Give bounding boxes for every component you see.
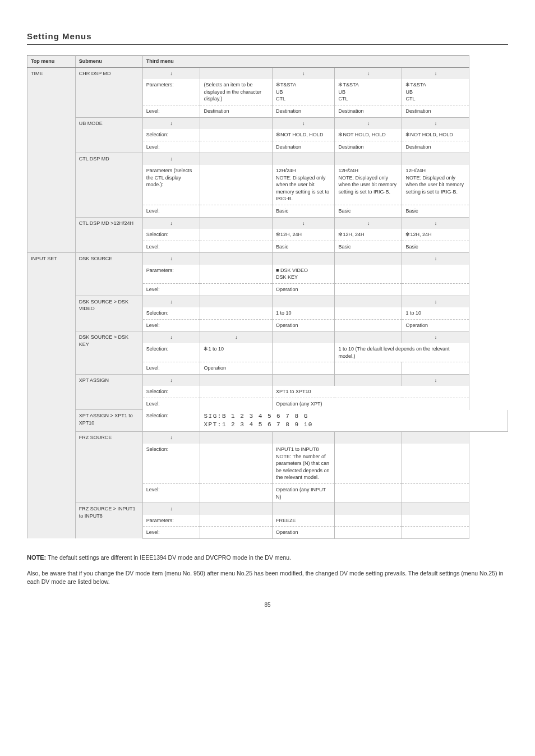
param-cell: ↓	[142, 117, 200, 129]
param-cell: ↓	[142, 153, 200, 165]
value-cell	[200, 205, 273, 217]
submenu-cell: CHR DSP MD	[75, 67, 142, 117]
param-cell: ↓	[402, 374, 469, 386]
value-cell: FREEZE	[273, 515, 335, 527]
value-cell: Destination	[335, 141, 402, 153]
top-menu-cell: TIME	[27, 67, 76, 253]
value-cell: Basic	[335, 241, 402, 253]
param-cell: ↓	[273, 67, 335, 79]
param-cell: ↓	[142, 331, 200, 343]
value-cell	[200, 398, 273, 410]
value-cell: Selection:	[142, 386, 200, 398]
param-cell: ↓	[335, 117, 402, 129]
note-text-0: The default settings are different in IE…	[48, 554, 291, 561]
param-cell	[335, 296, 402, 307]
value-cell: XPT1 to XPT10	[273, 386, 469, 398]
value-cell: Selection:	[142, 410, 200, 432]
submenu-cell: CTL DSP MD	[75, 153, 142, 217]
value-cell: Destination	[273, 105, 335, 117]
value-cell: (Selects an item to be displayed in the …	[200, 79, 273, 105]
value-cell: Parameters:	[142, 515, 200, 527]
value-cell: ✻NOT HOLD, HOLD	[273, 129, 335, 141]
param-cell	[402, 432, 469, 444]
param-cell	[335, 253, 402, 265]
param-cell	[335, 153, 402, 165]
submenu-cell: CTL DSP MD >12H/24H	[75, 217, 142, 253]
value-cell: ✻12H, 24H	[402, 229, 469, 241]
value-cell: Destination	[335, 105, 402, 117]
param-cell: ↓	[273, 117, 335, 129]
param-cell	[273, 153, 335, 165]
value-cell	[335, 515, 402, 527]
param-cell	[273, 253, 335, 265]
value-cell: ■ DSK VIDEODSK KEY	[273, 265, 335, 284]
value-cell	[335, 319, 402, 331]
param-cell	[200, 253, 273, 265]
value-cell	[335, 307, 402, 319]
hdr-top: Top menu	[27, 56, 76, 68]
value-cell	[402, 444, 469, 483]
hdr-third: Third menu	[142, 56, 469, 68]
submenu-cell: UB MODE	[75, 117, 142, 153]
page-title: Setting Menus	[27, 31, 508, 45]
footnote: NOTE: The default settings are different…	[27, 554, 508, 586]
value-cell: Operation	[273, 527, 335, 539]
submenu-cell: FRZ SOURCE	[75, 432, 142, 503]
param-cell	[200, 117, 273, 129]
value-cell: Selection:	[142, 444, 200, 483]
value-cell	[200, 129, 273, 141]
value-cell: Operation (any INPUT N)	[273, 483, 335, 503]
param-cell: ↓	[142, 217, 200, 229]
submenu-cell: FRZ SOURCE > INPUT1 to INPUT8	[75, 503, 142, 539]
value-cell	[402, 515, 469, 527]
value-cell: Destination	[402, 141, 469, 153]
value-cell: Operation	[273, 319, 335, 331]
param-cell: ↓	[335, 217, 402, 229]
value-cell	[200, 265, 273, 284]
value-cell: Basic	[335, 205, 402, 217]
param-cell	[273, 331, 335, 343]
param-cell	[273, 374, 335, 386]
value-cell: Operation (any XPT)	[273, 398, 469, 410]
value-cell: Level:	[142, 205, 200, 217]
menu-table: Top menu Submenu Third menu TIMECHR DSP …	[27, 55, 508, 539]
value-cell	[402, 483, 469, 503]
param-cell	[200, 374, 273, 386]
param-cell: ↓	[335, 67, 402, 79]
value-cell: 12H/24HNOTE: Displayed only when the use…	[335, 165, 402, 205]
value-cell: Basic	[273, 205, 335, 217]
value-cell: Level:	[142, 362, 200, 375]
value-cell: ✻NOT HOLD, HOLD	[402, 129, 469, 141]
value-cell	[200, 386, 273, 398]
value-cell: 12H/24HNOTE: Displayed only when the use…	[273, 165, 335, 205]
value-cell: ✻NOT HOLD, HOLD	[335, 129, 402, 141]
value-cell: Level:	[142, 527, 200, 539]
value-cell	[335, 265, 402, 284]
value-cell	[200, 527, 273, 539]
value-cell: Level:	[142, 483, 200, 503]
param-cell: ↓	[402, 117, 469, 129]
value-cell: Level:	[142, 398, 200, 410]
param-cell	[335, 432, 402, 444]
value-cell	[335, 483, 402, 503]
value-cell: 1 to 10 (The default level depends on th…	[335, 343, 469, 362]
value-cell	[200, 307, 273, 319]
param-cell: ↓	[402, 217, 469, 229]
param-cell	[402, 153, 469, 165]
value-cell	[200, 241, 273, 253]
value-cell: Level:	[142, 105, 200, 117]
value-cell: Parameters:	[142, 265, 200, 284]
value-cell: ✻12H, 24H	[335, 229, 402, 241]
submenu-cell: DSK SOURCE > DSK VIDEO	[75, 296, 142, 331]
value-cell: ✻12H, 24H	[273, 229, 335, 241]
value-cell	[200, 229, 273, 241]
value-cell: INPUT1 to INPUT8NOTE: The number of para…	[273, 444, 335, 483]
param-cell	[200, 296, 273, 307]
value-cell	[200, 444, 273, 483]
param-cell: ↓	[142, 67, 200, 79]
param-cell	[335, 331, 402, 343]
note-label: NOTE:	[27, 554, 46, 561]
top-menu-cell: INPUT SET	[27, 253, 76, 539]
param-cell: ↓	[142, 503, 200, 515]
param-cell	[273, 296, 335, 307]
